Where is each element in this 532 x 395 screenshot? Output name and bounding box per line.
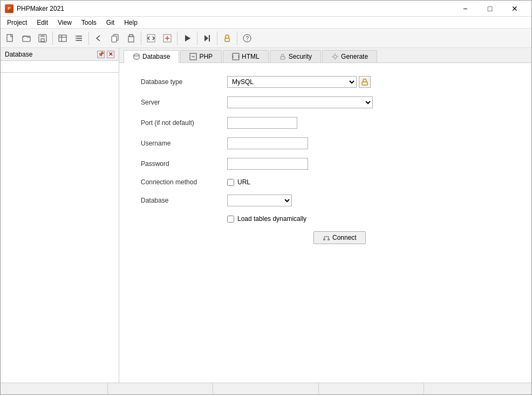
menu-help[interactable]: Help	[120, 18, 142, 27]
status-panel-4	[319, 383, 425, 394]
list-button[interactable]	[71, 31, 86, 46]
status-panel-2	[108, 383, 214, 394]
toolbar: ?	[1, 29, 531, 48]
paste-button[interactable]	[124, 31, 139, 46]
sidebar-controls: 📌 ✕	[97, 51, 114, 58]
tab-generate[interactable]: Generate	[322, 50, 377, 63]
open-button[interactable]	[19, 31, 34, 46]
svg-rect-15	[112, 36, 117, 42]
url-label: URL	[237, 178, 250, 186]
copy-button[interactable]	[107, 31, 122, 46]
username-label: Username	[141, 140, 227, 147]
svg-rect-38	[362, 82, 367, 85]
connection-method-label: Connection method	[141, 178, 227, 186]
connect-button[interactable]: Connect	[313, 231, 366, 244]
tab-php[interactable]: PHP	[180, 50, 222, 63]
svg-rect-12	[76, 38, 77, 39]
tab-bar: Database PHP HTML Security Generate	[119, 48, 531, 63]
svg-point-33	[333, 55, 337, 58]
svg-rect-18	[147, 34, 155, 42]
username-row: Username	[141, 137, 510, 149]
run1-button[interactable]	[180, 31, 195, 46]
menu-edit[interactable]: Edit	[32, 18, 52, 27]
status-panel-5	[425, 383, 529, 394]
server-select[interactable]	[227, 96, 373, 108]
svg-rect-39	[323, 239, 325, 240]
menu-tools[interactable]: Tools	[77, 18, 101, 27]
svg-marker-23	[204, 35, 208, 41]
svg-rect-16	[128, 36, 134, 42]
content-area: Database PHP HTML Security Generate	[119, 48, 531, 384]
database-select[interactable]	[227, 195, 292, 206]
nav-prev-button[interactable]	[91, 31, 106, 46]
load-tables-checkbox[interactable]	[227, 216, 234, 223]
svg-marker-22	[185, 35, 190, 41]
db-type-lock-button[interactable]	[359, 76, 371, 88]
maximize-button[interactable]: □	[478, 1, 502, 17]
save-button[interactable]	[35, 31, 50, 46]
url-checkbox[interactable]	[227, 179, 234, 186]
db-type-select[interactable]: MySQL PostgreSQL SQLite MSSQL Oracle	[227, 76, 357, 88]
toolbar-separator-4	[177, 32, 178, 45]
port-input[interactable]	[227, 117, 297, 129]
toolbar-separator-5	[197, 32, 197, 45]
svg-point-28	[134, 54, 139, 56]
password-label: Password	[141, 160, 227, 168]
svg-rect-24	[209, 35, 210, 41]
svg-text:?: ?	[246, 36, 249, 41]
status-panel-3	[214, 383, 319, 394]
code1-button[interactable]	[144, 31, 159, 46]
new-button[interactable]	[3, 31, 18, 46]
database-row: Database	[141, 195, 510, 206]
menu-project[interactable]: Project	[3, 18, 31, 27]
svg-rect-32	[281, 57, 285, 59]
sidebar-search[interactable]	[1, 61, 119, 73]
menu-view[interactable]: View	[53, 18, 76, 27]
menu-git[interactable]: Git	[102, 18, 119, 27]
toolbar-separator-6	[217, 32, 217, 45]
lock-button[interactable]	[220, 31, 235, 46]
tab-html[interactable]: HTML	[223, 50, 269, 63]
toolbar-separator-3	[141, 32, 141, 45]
app-icon: P	[5, 4, 13, 13]
port-label: Port (if not default)	[141, 119, 227, 127]
title-bar-left: P PHPMaker 2021	[5, 4, 64, 13]
svg-rect-13	[76, 40, 77, 41]
sidebar-pin-button[interactable]: 📌	[97, 51, 105, 58]
username-input[interactable]	[227, 137, 308, 149]
run2-button[interactable]	[200, 31, 215, 46]
server-row: Server	[141, 96, 510, 108]
svg-rect-31	[233, 53, 239, 60]
sidebar: Database 📌 ✕	[1, 48, 119, 384]
toolbar-separator-2	[88, 32, 89, 45]
password-row: Password	[141, 158, 510, 170]
sidebar-close-button[interactable]: ✕	[107, 51, 114, 58]
window-controls: − □ ✕	[453, 1, 527, 17]
load-tables-label: Load tables dynamically	[237, 215, 306, 223]
svg-rect-11	[76, 36, 77, 37]
db-type-label: Database type	[141, 78, 227, 86]
port-row: Port (if not default)	[141, 117, 510, 129]
help-button[interactable]: ?	[240, 31, 255, 46]
menu-bar: Project Edit View Tools Git Help	[1, 17, 531, 29]
server-label: Server	[141, 99, 227, 106]
code2-button[interactable]	[160, 31, 175, 46]
tab-security[interactable]: Security	[270, 50, 321, 63]
tab-database[interactable]: Database	[124, 50, 179, 63]
svg-rect-17	[129, 34, 133, 37]
minimize-button[interactable]: −	[453, 1, 478, 17]
svg-rect-25	[225, 38, 229, 41]
svg-rect-0	[7, 34, 12, 41]
toolbar-separator-1	[52, 32, 53, 45]
table-button[interactable]	[55, 31, 70, 46]
close-button[interactable]: ✕	[502, 1, 527, 17]
connection-method-row: Connection method URL	[141, 178, 510, 186]
connect-label: Connect	[332, 234, 357, 241]
toolbar-separator-7	[237, 32, 237, 45]
status-panel-1	[3, 383, 108, 394]
svg-rect-3	[40, 34, 45, 37]
sidebar-content	[1, 73, 119, 384]
svg-rect-40	[328, 239, 330, 240]
title-bar: P PHPMaker 2021 − □ ✕	[1, 1, 531, 17]
password-input[interactable]	[227, 158, 308, 170]
